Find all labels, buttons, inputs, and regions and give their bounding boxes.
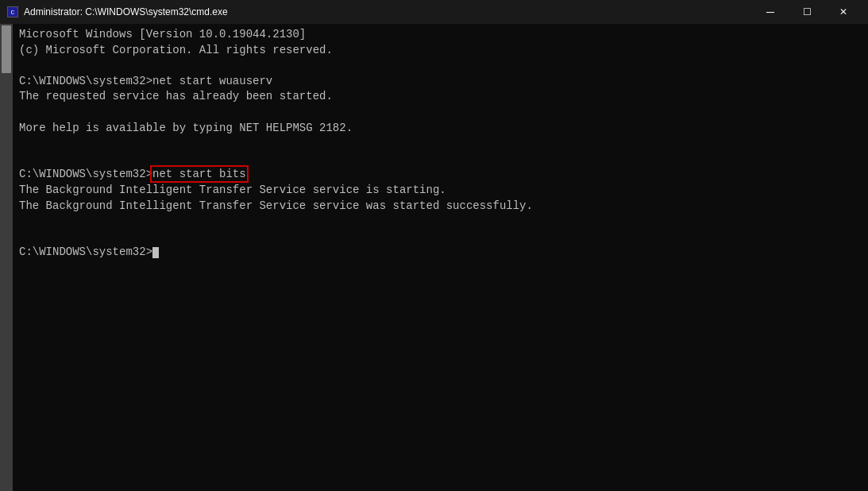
maximize-button[interactable] <box>789 0 825 24</box>
cmd-icon: C <box>6 6 19 18</box>
cmd-icon-graphic: C <box>7 6 18 17</box>
empty-line-6 <box>19 230 862 246</box>
empty-line-1 <box>19 58 862 74</box>
prompt-1: C:\WINDOWS\system32> <box>19 75 152 87</box>
cursor <box>152 247 159 258</box>
prompt-2: C:\WINDOWS\system32> <box>19 168 152 180</box>
console-content[interactable]: Microsoft Windows [Version 10.0.19044.21… <box>13 24 868 491</box>
title-bar: C Administrator: C:\WINDOWS\system32\cmd… <box>0 0 868 24</box>
prompt-line-2: C:\WINDOWS\system32>net start bits <box>19 167 862 183</box>
window-title: Administrator: C:\WINDOWS\system32\cmd.e… <box>24 6 228 17</box>
cmd-window: C Administrator: C:\WINDOWS\system32\cmd… <box>0 0 868 491</box>
highlighted-command: net start bits <box>152 168 246 180</box>
version-line: Microsoft Windows [Version 10.0.19044.21… <box>19 27 862 43</box>
title-bar-left: C Administrator: C:\WINDOWS\system32\cmd… <box>6 6 228 18</box>
window-controls <box>752 0 862 24</box>
empty-line-3 <box>19 136 862 152</box>
minimize-button[interactable] <box>752 0 789 24</box>
copyright-line: (c) Microsoft Corporation. All rights re… <box>19 43 862 59</box>
prompt-line-1: C:\WINDOWS\system32>net start wuauserv <box>19 74 862 90</box>
command-1: net start wuauserv <box>152 75 272 87</box>
empty-line-4 <box>19 152 862 168</box>
output-line-1: The requested service has already been s… <box>19 89 862 105</box>
bits-started-line: The Background Intelligent Transfer Serv… <box>19 199 862 215</box>
console-area: Microsoft Windows [Version 10.0.19044.21… <box>0 24 868 491</box>
help-line: More help is available by typing NET HEL… <box>19 121 862 137</box>
scrollbar[interactable] <box>0 24 13 491</box>
empty-line-5 <box>19 214 862 230</box>
prompt-line-3: C:\WINDOWS\system32> <box>19 245 862 261</box>
scrollbar-thumb[interactable] <box>2 25 11 73</box>
empty-line-2 <box>19 105 862 121</box>
prompt-3: C:\WINDOWS\system32> <box>19 246 152 258</box>
bits-starting-line: The Background Intelligent Transfer Serv… <box>19 183 862 199</box>
close-button[interactable] <box>825 0 862 24</box>
